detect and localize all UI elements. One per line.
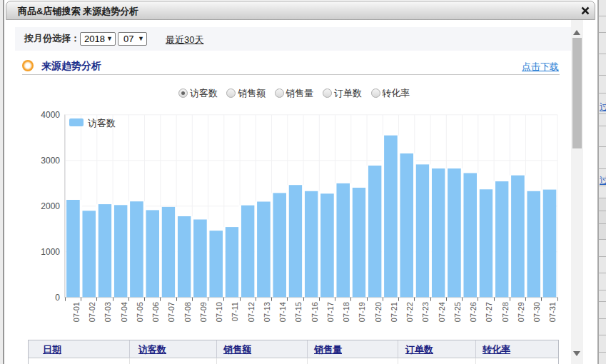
svg-text:07-01: 07-01 [72, 302, 81, 322]
svg-text:0: 0 [55, 293, 60, 303]
svg-text:07-27: 07-27 [485, 302, 493, 322]
svg-text:07-07: 07-07 [167, 302, 176, 322]
svg-text:07-24: 07-24 [438, 302, 446, 322]
svg-text:07-18: 07-18 [342, 302, 350, 322]
svg-text:07-20: 07-20 [374, 302, 383, 322]
svg-text:07-13: 07-13 [263, 302, 271, 322]
svg-text:07-21: 07-21 [390, 302, 398, 322]
svg-text:07-14: 07-14 [278, 302, 287, 322]
svg-text:07-17: 07-17 [326, 302, 335, 322]
svg-text:4000: 4000 [41, 110, 60, 120]
svg-text:07-04: 07-04 [120, 302, 128, 322]
svg-text:1000: 1000 [41, 247, 60, 257]
svg-text:2000: 2000 [41, 201, 60, 211]
svg-text:07-15: 07-15 [294, 302, 303, 322]
svg-text:07-23: 07-23 [421, 302, 430, 322]
svg-text:07-19: 07-19 [358, 302, 366, 322]
svg-text:07-30: 07-30 [532, 302, 541, 322]
svg-text:07-11: 07-11 [231, 302, 239, 321]
svg-text:07-03: 07-03 [103, 302, 112, 322]
svg-text:07-25: 07-25 [453, 302, 462, 322]
svg-text:07-06: 07-06 [151, 302, 160, 322]
svg-text:07-12: 07-12 [247, 302, 256, 322]
svg-text:07-28: 07-28 [501, 302, 510, 322]
svg-text:07-10: 07-10 [215, 302, 223, 322]
svg-text:3000: 3000 [41, 156, 60, 166]
svg-text:访客数: 访客数 [88, 118, 116, 128]
svg-text:07-08: 07-08 [183, 302, 192, 322]
svg-text:07-29: 07-29 [517, 302, 525, 322]
svg-text:07-26: 07-26 [469, 302, 478, 322]
svg-text:07-09: 07-09 [199, 302, 208, 322]
svg-text:07-31: 07-31 [548, 302, 557, 322]
svg-text:07-02: 07-02 [88, 302, 96, 322]
svg-text:07-16: 07-16 [310, 302, 319, 322]
svg-text:07-22: 07-22 [405, 302, 414, 322]
svg-text:07-05: 07-05 [136, 302, 144, 322]
